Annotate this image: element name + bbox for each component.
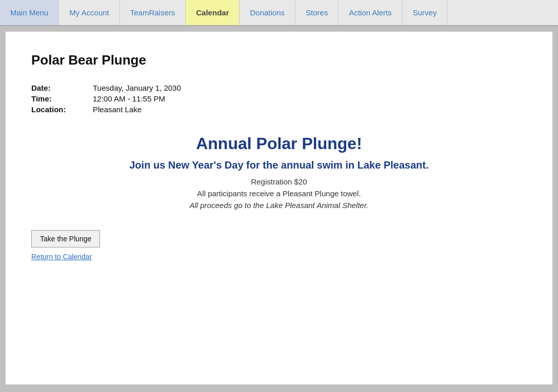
navigation: Main Menu My Account TeamRaisers Calenda… bbox=[0, 0, 558, 26]
nav-item-my-account[interactable]: My Account bbox=[59, 0, 120, 25]
return-to-calendar-link[interactable]: Return to Calendar bbox=[31, 253, 527, 261]
promo-section: Annual Polar Plunge! Join us New Year's … bbox=[31, 134, 527, 210]
event-title: Polar Bear Plunge bbox=[31, 52, 527, 68]
time-value: 12:00 AM - 11:55 PM bbox=[93, 94, 165, 103]
nav-item-main-menu[interactable]: Main Menu bbox=[0, 0, 59, 25]
promo-proceeds: All proceeds go to the Lake Pleasant Ani… bbox=[31, 201, 527, 210]
time-row: Time: 12:00 AM - 11:55 PM bbox=[31, 94, 527, 103]
take-plunge-button[interactable]: Take the Plunge bbox=[31, 230, 100, 247]
event-details: Date: Tuesday, January 1, 2030 Time: 12:… bbox=[31, 84, 527, 114]
time-label: Time: bbox=[31, 94, 93, 103]
nav-item-stores[interactable]: Stores bbox=[295, 0, 338, 25]
promo-headline: Annual Polar Plunge! bbox=[31, 134, 527, 153]
main-content: Polar Bear Plunge Date: Tuesday, January… bbox=[5, 31, 553, 385]
promo-subheadline: Join us New Year's Day for the annual sw… bbox=[31, 159, 527, 171]
nav-item-action-alerts[interactable]: Action Alerts bbox=[338, 0, 402, 25]
location-value: Pleasant Lake bbox=[93, 105, 142, 114]
date-row: Date: Tuesday, January 1, 2030 bbox=[31, 84, 527, 92]
date-label: Date: bbox=[31, 84, 93, 92]
nav-item-donations[interactable]: Donations bbox=[240, 0, 295, 25]
nav-item-calendar[interactable]: Calendar bbox=[186, 0, 240, 25]
location-label: Location: bbox=[31, 105, 93, 114]
date-value: Tuesday, January 1, 2030 bbox=[93, 84, 181, 92]
promo-registration: Registration $20 bbox=[31, 177, 527, 186]
promo-participants: All participants receive a Pleasant Plun… bbox=[31, 189, 527, 198]
location-row: Location: Pleasant Lake bbox=[31, 105, 527, 114]
nav-item-teamraisers[interactable]: TeamRaisers bbox=[120, 0, 186, 25]
nav-item-survey[interactable]: Survey bbox=[403, 0, 448, 25]
action-section: Take the Plunge Return to Calendar bbox=[31, 230, 527, 261]
